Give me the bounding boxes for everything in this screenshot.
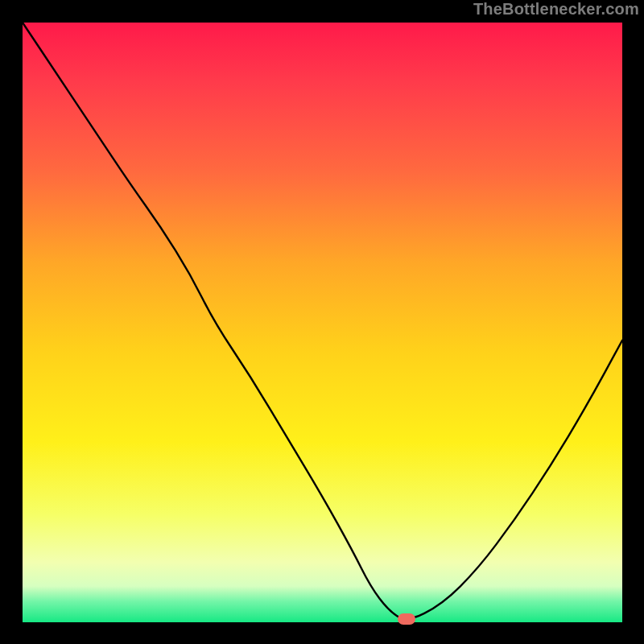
gradient-background [23,23,622,622]
chart-container: TheBottlenecker.com [0,0,644,644]
plot-area [23,23,622,622]
optimum-point [398,613,415,625]
plot-frame [23,23,622,622]
watermark-text: TheBottlenecker.com [473,0,639,19]
